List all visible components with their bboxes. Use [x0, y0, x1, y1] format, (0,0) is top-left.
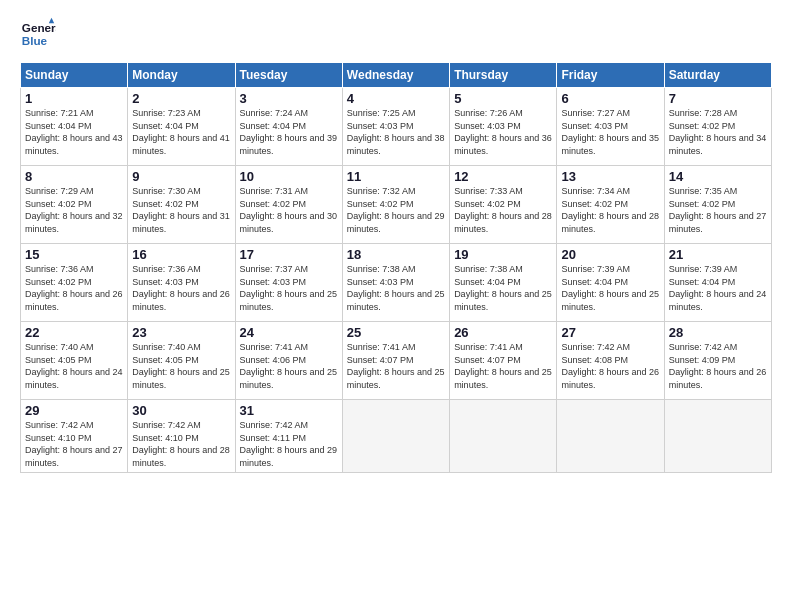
- day-info: Sunrise: 7:30 AM Sunset: 4:02 PM Dayligh…: [132, 185, 230, 235]
- calendar-cell: 20 Sunrise: 7:39 AM Sunset: 4:04 PM Dayl…: [557, 244, 664, 322]
- week-row-3: 15 Sunrise: 7:36 AM Sunset: 4:02 PM Dayl…: [21, 244, 772, 322]
- logo: General Blue: [20, 16, 56, 52]
- day-info: Sunrise: 7:42 AM Sunset: 4:11 PM Dayligh…: [240, 419, 338, 469]
- weekday-wednesday: Wednesday: [342, 63, 449, 88]
- calendar-cell: [342, 400, 449, 473]
- day-info: Sunrise: 7:38 AM Sunset: 4:04 PM Dayligh…: [454, 263, 552, 313]
- day-info: Sunrise: 7:32 AM Sunset: 4:02 PM Dayligh…: [347, 185, 445, 235]
- calendar-cell: 1 Sunrise: 7:21 AM Sunset: 4:04 PM Dayli…: [21, 88, 128, 166]
- day-number: 11: [347, 169, 445, 184]
- day-info: Sunrise: 7:34 AM Sunset: 4:02 PM Dayligh…: [561, 185, 659, 235]
- day-number: 20: [561, 247, 659, 262]
- day-number: 12: [454, 169, 552, 184]
- calendar-cell: 31 Sunrise: 7:42 AM Sunset: 4:11 PM Dayl…: [235, 400, 342, 473]
- day-number: 23: [132, 325, 230, 340]
- logo-icon: General Blue: [20, 16, 56, 52]
- calendar-cell: [557, 400, 664, 473]
- weekday-friday: Friday: [557, 63, 664, 88]
- day-number: 16: [132, 247, 230, 262]
- day-info: Sunrise: 7:40 AM Sunset: 4:05 PM Dayligh…: [25, 341, 123, 391]
- day-number: 2: [132, 91, 230, 106]
- day-info: Sunrise: 7:29 AM Sunset: 4:02 PM Dayligh…: [25, 185, 123, 235]
- calendar-cell: 16 Sunrise: 7:36 AM Sunset: 4:03 PM Dayl…: [128, 244, 235, 322]
- calendar-cell: 23 Sunrise: 7:40 AM Sunset: 4:05 PM Dayl…: [128, 322, 235, 400]
- day-info: Sunrise: 7:41 AM Sunset: 4:06 PM Dayligh…: [240, 341, 338, 391]
- day-number: 14: [669, 169, 767, 184]
- page: General Blue SundayMondayTuesdayWednesda…: [0, 0, 792, 612]
- day-number: 19: [454, 247, 552, 262]
- calendar-cell: 11 Sunrise: 7:32 AM Sunset: 4:02 PM Dayl…: [342, 166, 449, 244]
- calendar-cell: 21 Sunrise: 7:39 AM Sunset: 4:04 PM Dayl…: [664, 244, 771, 322]
- week-row-5: 29 Sunrise: 7:42 AM Sunset: 4:10 PM Dayl…: [21, 400, 772, 473]
- calendar-cell: 8 Sunrise: 7:29 AM Sunset: 4:02 PM Dayli…: [21, 166, 128, 244]
- calendar-cell: 19 Sunrise: 7:38 AM Sunset: 4:04 PM Dayl…: [450, 244, 557, 322]
- day-number: 21: [669, 247, 767, 262]
- calendar-cell: 3 Sunrise: 7:24 AM Sunset: 4:04 PM Dayli…: [235, 88, 342, 166]
- weekday-thursday: Thursday: [450, 63, 557, 88]
- day-info: Sunrise: 7:42 AM Sunset: 4:10 PM Dayligh…: [25, 419, 123, 469]
- calendar-cell: 24 Sunrise: 7:41 AM Sunset: 4:06 PM Dayl…: [235, 322, 342, 400]
- day-info: Sunrise: 7:37 AM Sunset: 4:03 PM Dayligh…: [240, 263, 338, 313]
- calendar-cell: 12 Sunrise: 7:33 AM Sunset: 4:02 PM Dayl…: [450, 166, 557, 244]
- day-number: 24: [240, 325, 338, 340]
- weekday-saturday: Saturday: [664, 63, 771, 88]
- week-row-1: 1 Sunrise: 7:21 AM Sunset: 4:04 PM Dayli…: [21, 88, 772, 166]
- day-info: Sunrise: 7:42 AM Sunset: 4:10 PM Dayligh…: [132, 419, 230, 469]
- day-info: Sunrise: 7:31 AM Sunset: 4:02 PM Dayligh…: [240, 185, 338, 235]
- calendar-cell: 27 Sunrise: 7:42 AM Sunset: 4:08 PM Dayl…: [557, 322, 664, 400]
- day-number: 1: [25, 91, 123, 106]
- week-row-2: 8 Sunrise: 7:29 AM Sunset: 4:02 PM Dayli…: [21, 166, 772, 244]
- day-info: Sunrise: 7:36 AM Sunset: 4:02 PM Dayligh…: [25, 263, 123, 313]
- calendar-cell: 29 Sunrise: 7:42 AM Sunset: 4:10 PM Dayl…: [21, 400, 128, 473]
- day-number: 28: [669, 325, 767, 340]
- calendar-cell: [664, 400, 771, 473]
- weekday-tuesday: Tuesday: [235, 63, 342, 88]
- day-number: 31: [240, 403, 338, 418]
- day-number: 25: [347, 325, 445, 340]
- day-info: Sunrise: 7:39 AM Sunset: 4:04 PM Dayligh…: [561, 263, 659, 313]
- calendar-cell: 10 Sunrise: 7:31 AM Sunset: 4:02 PM Dayl…: [235, 166, 342, 244]
- calendar-cell: 7 Sunrise: 7:28 AM Sunset: 4:02 PM Dayli…: [664, 88, 771, 166]
- weekday-header-row: SundayMondayTuesdayWednesdayThursdayFrid…: [21, 63, 772, 88]
- day-info: Sunrise: 7:23 AM Sunset: 4:04 PM Dayligh…: [132, 107, 230, 157]
- day-number: 10: [240, 169, 338, 184]
- calendar-cell: 14 Sunrise: 7:35 AM Sunset: 4:02 PM Dayl…: [664, 166, 771, 244]
- calendar-cell: 4 Sunrise: 7:25 AM Sunset: 4:03 PM Dayli…: [342, 88, 449, 166]
- calendar-cell: 25 Sunrise: 7:41 AM Sunset: 4:07 PM Dayl…: [342, 322, 449, 400]
- calendar-cell: 5 Sunrise: 7:26 AM Sunset: 4:03 PM Dayli…: [450, 88, 557, 166]
- week-row-4: 22 Sunrise: 7:40 AM Sunset: 4:05 PM Dayl…: [21, 322, 772, 400]
- day-info: Sunrise: 7:40 AM Sunset: 4:05 PM Dayligh…: [132, 341, 230, 391]
- calendar-cell: 17 Sunrise: 7:37 AM Sunset: 4:03 PM Dayl…: [235, 244, 342, 322]
- calendar-cell: 15 Sunrise: 7:36 AM Sunset: 4:02 PM Dayl…: [21, 244, 128, 322]
- day-number: 30: [132, 403, 230, 418]
- day-number: 18: [347, 247, 445, 262]
- day-info: Sunrise: 7:41 AM Sunset: 4:07 PM Dayligh…: [347, 341, 445, 391]
- calendar-cell: 26 Sunrise: 7:41 AM Sunset: 4:07 PM Dayl…: [450, 322, 557, 400]
- day-info: Sunrise: 7:24 AM Sunset: 4:04 PM Dayligh…: [240, 107, 338, 157]
- calendar-cell: 28 Sunrise: 7:42 AM Sunset: 4:09 PM Dayl…: [664, 322, 771, 400]
- calendar-cell: 18 Sunrise: 7:38 AM Sunset: 4:03 PM Dayl…: [342, 244, 449, 322]
- day-number: 13: [561, 169, 659, 184]
- day-info: Sunrise: 7:27 AM Sunset: 4:03 PM Dayligh…: [561, 107, 659, 157]
- calendar-cell: 22 Sunrise: 7:40 AM Sunset: 4:05 PM Dayl…: [21, 322, 128, 400]
- day-number: 4: [347, 91, 445, 106]
- day-info: Sunrise: 7:42 AM Sunset: 4:09 PM Dayligh…: [669, 341, 767, 391]
- day-number: 26: [454, 325, 552, 340]
- day-info: Sunrise: 7:21 AM Sunset: 4:04 PM Dayligh…: [25, 107, 123, 157]
- weekday-sunday: Sunday: [21, 63, 128, 88]
- day-info: Sunrise: 7:42 AM Sunset: 4:08 PM Dayligh…: [561, 341, 659, 391]
- day-info: Sunrise: 7:25 AM Sunset: 4:03 PM Dayligh…: [347, 107, 445, 157]
- calendar-table: SundayMondayTuesdayWednesdayThursdayFrid…: [20, 62, 772, 473]
- day-info: Sunrise: 7:35 AM Sunset: 4:02 PM Dayligh…: [669, 185, 767, 235]
- day-info: Sunrise: 7:26 AM Sunset: 4:03 PM Dayligh…: [454, 107, 552, 157]
- day-number: 7: [669, 91, 767, 106]
- calendar-cell: [450, 400, 557, 473]
- day-info: Sunrise: 7:39 AM Sunset: 4:04 PM Dayligh…: [669, 263, 767, 313]
- header: General Blue: [20, 16, 772, 52]
- day-number: 22: [25, 325, 123, 340]
- calendar-cell: 30 Sunrise: 7:42 AM Sunset: 4:10 PM Dayl…: [128, 400, 235, 473]
- day-number: 9: [132, 169, 230, 184]
- day-number: 6: [561, 91, 659, 106]
- calendar-cell: 2 Sunrise: 7:23 AM Sunset: 4:04 PM Dayli…: [128, 88, 235, 166]
- day-info: Sunrise: 7:41 AM Sunset: 4:07 PM Dayligh…: [454, 341, 552, 391]
